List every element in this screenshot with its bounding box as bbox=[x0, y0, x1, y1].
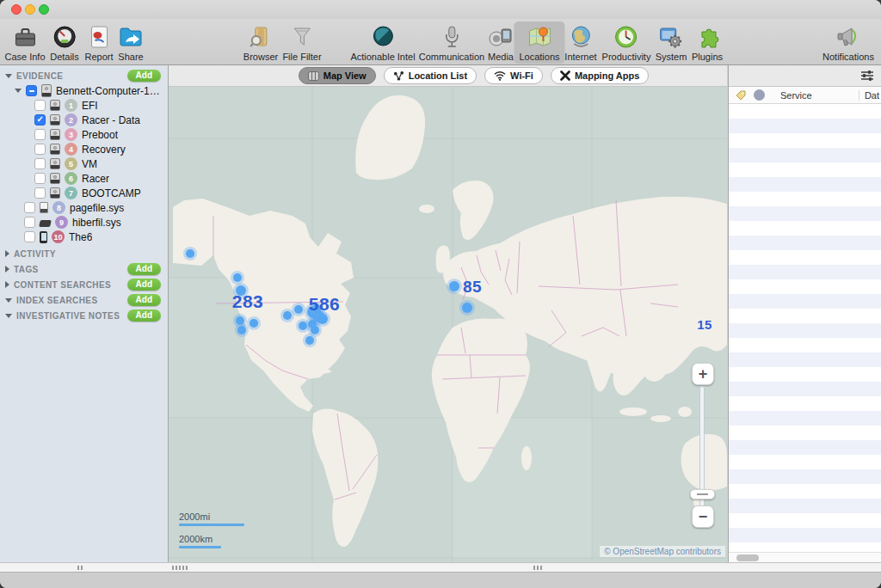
add-index-search-button[interactable]: Add bbox=[127, 294, 161, 306]
table-row[interactable] bbox=[729, 148, 881, 162]
table-row[interactable] bbox=[729, 513, 881, 528]
filter-sliders-icon[interactable] bbox=[860, 69, 874, 83]
table-row[interactable] bbox=[729, 455, 881, 469]
add-note-button[interactable]: Add bbox=[127, 309, 161, 322]
table-row[interactable] bbox=[729, 426, 881, 440]
checkbox[interactable] bbox=[34, 144, 46, 155]
evidence-item[interactable]: 7BOOTCAMP bbox=[0, 186, 168, 200]
table-row[interactable] bbox=[729, 119, 881, 133]
tab-location-list[interactable]: Location List bbox=[384, 67, 477, 84]
add-tag-button[interactable]: Add bbox=[127, 263, 161, 275]
cluster-count-label[interactable]: 586 bbox=[309, 294, 341, 315]
disclosure-triangle[interactable] bbox=[5, 266, 9, 273]
tab-map-view[interactable]: Map View bbox=[299, 67, 376, 84]
cluster-count-label[interactable]: 85 bbox=[463, 278, 482, 297]
evidence-root[interactable]: Bennett-Computer-19123... bbox=[0, 83, 168, 98]
tab-wifi[interactable]: Wi-Fi bbox=[484, 67, 543, 84]
table-header[interactable]: Service Dat bbox=[729, 87, 881, 104]
evidence-item[interactable]: 8pagefile.sys bbox=[0, 200, 168, 215]
disclosure-triangle[interactable] bbox=[5, 74, 12, 78]
cluster-count-label[interactable]: 283 bbox=[232, 291, 264, 312]
checkbox[interactable] bbox=[34, 187, 46, 199]
table-row[interactable] bbox=[729, 206, 881, 221]
location-marker[interactable] bbox=[236, 316, 244, 325]
table-row[interactable] bbox=[729, 484, 881, 499]
map-zoom-out-button[interactable]: − bbox=[692, 505, 714, 528]
location-marker[interactable] bbox=[462, 303, 472, 313]
table-row[interactable] bbox=[729, 352, 881, 367]
table-row[interactable] bbox=[729, 382, 881, 396]
toolbar-browser[interactable]: Browser bbox=[238, 21, 283, 64]
table-row[interactable] bbox=[729, 221, 881, 236]
location-marker[interactable] bbox=[250, 319, 258, 328]
location-marker[interactable] bbox=[294, 305, 303, 314]
evidence-item[interactable]: 1EFI bbox=[0, 98, 168, 113]
location-marker[interactable] bbox=[283, 311, 292, 320]
table-row[interactable] bbox=[729, 104, 881, 119]
table-row[interactable] bbox=[729, 279, 881, 294]
minimize-button[interactable] bbox=[25, 4, 35, 15]
table-row[interactable] bbox=[729, 411, 881, 426]
table-row[interactable] bbox=[729, 133, 881, 148]
cluster-count-label[interactable]: 15 bbox=[697, 317, 712, 332]
checkbox[interactable] bbox=[34, 173, 46, 184]
section-evidence[interactable]: EVIDENCE Add bbox=[0, 68, 168, 83]
disclosure-triangle[interactable] bbox=[5, 298, 12, 303]
zoom-button[interactable] bbox=[39, 4, 49, 15]
location-marker[interactable] bbox=[186, 249, 194, 258]
section-tags[interactable]: TAGSAdd bbox=[0, 261, 168, 277]
checkbox[interactable] bbox=[24, 202, 35, 213]
table-row[interactable] bbox=[729, 396, 881, 411]
checkbox[interactable] bbox=[26, 85, 37, 96]
section-index-searches[interactable]: INDEX SEARCHESAdd bbox=[0, 292, 168, 308]
add-content-search-button[interactable]: Add bbox=[127, 279, 161, 291]
map-zoom-slider-handle[interactable] bbox=[690, 489, 715, 499]
toolbar-internet[interactable]: Internet bbox=[559, 21, 601, 64]
checkbox[interactable] bbox=[24, 231, 35, 242]
toolbar-details[interactable]: Details bbox=[45, 21, 84, 64]
disclosure-triangle[interactable] bbox=[5, 281, 9, 288]
evidence-item[interactable]: 9hiberfil.sys bbox=[0, 215, 168, 230]
toolbar-productivity[interactable]: Productivity bbox=[597, 21, 656, 64]
table-row[interactable] bbox=[729, 323, 881, 338]
table-row[interactable] bbox=[729, 469, 881, 484]
table-row[interactable] bbox=[729, 265, 881, 279]
checkbox[interactable] bbox=[34, 129, 46, 140]
section-activity[interactable]: ACTIVITY bbox=[0, 246, 168, 261]
evidence-item[interactable]: 2Racer - Data bbox=[0, 113, 168, 127]
checkbox[interactable] bbox=[24, 217, 35, 228]
osm-attribution[interactable]: © OpenStreetMap contributors bbox=[600, 546, 725, 557]
disclosure-triangle[interactable] bbox=[5, 250, 9, 257]
table-row[interactable] bbox=[729, 499, 881, 513]
location-marker[interactable] bbox=[299, 322, 307, 330]
checkbox[interactable] bbox=[34, 114, 46, 126]
toolbar-locations[interactable]: Locations bbox=[514, 21, 564, 64]
evidence-item[interactable]: 6Racer bbox=[0, 171, 168, 186]
resize-grip[interactable] bbox=[172, 566, 188, 570]
evidence-item[interactable]: 5VM bbox=[0, 156, 168, 171]
location-marker[interactable] bbox=[311, 326, 319, 334]
toolbar-case-info[interactable]: Case Info bbox=[0, 21, 51, 64]
location-marker[interactable] bbox=[449, 281, 459, 291]
location-marker[interactable] bbox=[237, 326, 246, 334]
table-row[interactable] bbox=[729, 309, 881, 323]
disclosure-triangle[interactable] bbox=[5, 314, 12, 318]
table-row[interactable] bbox=[729, 528, 881, 542]
table-row[interactable] bbox=[729, 192, 881, 206]
column-date[interactable]: Dat bbox=[859, 90, 879, 101]
column-service[interactable]: Service bbox=[780, 90, 812, 101]
toolbar-notifications[interactable]: Notifications bbox=[817, 21, 879, 64]
toolbar-actionable-intel[interactable]: Actionable Intel bbox=[345, 21, 420, 64]
table-row[interactable] bbox=[729, 177, 881, 192]
checkbox[interactable] bbox=[34, 158, 46, 169]
location-marker[interactable] bbox=[233, 273, 242, 282]
close-button[interactable] bbox=[11, 4, 22, 15]
add-evidence-button[interactable]: Add bbox=[127, 70, 161, 82]
section-content-searches[interactable]: CONTENT SEARCHESAdd bbox=[0, 277, 168, 292]
section-investigative-notes[interactable]: INVESTIGATIVE NOTESAdd bbox=[0, 308, 168, 323]
tab-mapping-apps[interactable]: Mapping Apps bbox=[551, 67, 649, 84]
table-row[interactable] bbox=[729, 250, 881, 265]
table-row[interactable] bbox=[729, 294, 881, 309]
table-row[interactable] bbox=[729, 236, 881, 250]
location-marker[interactable] bbox=[305, 336, 314, 345]
